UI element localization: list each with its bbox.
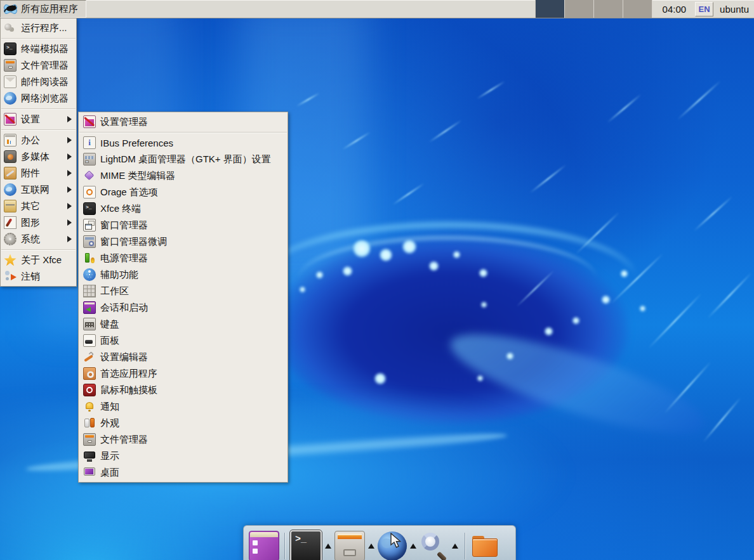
submenu-item-settings-manager[interactable]: 设置管理器 bbox=[79, 114, 288, 130]
submenu-item-orage-preferences[interactable]: Orage 首选项 bbox=[79, 184, 288, 200]
menu-item-graphics-category[interactable]: 图形 bbox=[1, 214, 76, 231]
terminal-launcher-icon[interactable] bbox=[290, 530, 322, 560]
wallpaper-splash-core bbox=[273, 233, 628, 424]
input-language-indicator[interactable]: EN bbox=[695, 2, 713, 16]
submenu-item-notifications[interactable]: 通知 bbox=[79, 398, 288, 415]
submenu-item-session-and-startup[interactable]: 会话和启动 bbox=[79, 299, 288, 316]
menu-item-label: 多媒体 bbox=[21, 151, 50, 163]
menu-item-label: 办公 bbox=[21, 134, 40, 147]
menu-item-about-xfce[interactable]: 关于 Xfce bbox=[1, 252, 76, 268]
submenu-item-label: 面板 bbox=[100, 335, 119, 347]
menu-item-label: 邮件阅读器 bbox=[21, 76, 69, 88]
submenu-item-panel[interactable]: 面板 bbox=[79, 332, 288, 349]
submenu-arrow-icon bbox=[67, 236, 72, 242]
menu-item-label: 注销 bbox=[21, 271, 40, 283]
submenu-item-appearance[interactable]: 外观 bbox=[79, 415, 288, 431]
workspace-cell-2[interactable] bbox=[565, 0, 594, 18]
submenu-item-keyboard[interactable]: 键盘 bbox=[79, 316, 288, 332]
submenu-item-display[interactable]: 显示 bbox=[79, 448, 288, 464]
other-category-icon bbox=[4, 200, 17, 212]
submenu-item-window-manager[interactable]: 窗口管理器 bbox=[79, 217, 288, 233]
launcher-menu-arrow-icon[interactable] bbox=[410, 544, 416, 549]
menu-item-mail-reader[interactable]: 邮件阅读器 bbox=[1, 74, 76, 90]
menu-item-label: 系统 bbox=[21, 233, 40, 245]
wallpaper-splash-rim bbox=[298, 236, 597, 322]
username-label: ubuntu bbox=[713, 4, 754, 15]
submenu-item-label: 工作区 bbox=[100, 285, 129, 297]
submenu-item-label: Xfce 终端 bbox=[100, 203, 141, 215]
submenu-arrow-icon bbox=[67, 137, 72, 143]
desktop-launcher-icon[interactable] bbox=[249, 531, 279, 560]
xfce-terminal-icon bbox=[83, 202, 96, 215]
launcher-menu-arrow-icon[interactable] bbox=[368, 544, 374, 549]
submenu-item-mouse-and-touchpad[interactable]: 鼠标和触摸板 bbox=[79, 382, 288, 398]
submenu-item-power-manager[interactable]: 电源管理器 bbox=[79, 250, 288, 266]
system-category-icon bbox=[4, 233, 17, 245]
menu-item-label: 图形 bbox=[21, 217, 40, 229]
menu-item-other-category[interactable]: 其它 bbox=[1, 198, 76, 214]
submenu-item-label: 辅助功能 bbox=[100, 269, 138, 281]
menu-item-run-program[interactable]: 运行程序... bbox=[1, 20, 76, 36]
mail-reader-icon bbox=[4, 75, 17, 88]
submenu-item-desktop[interactable]: 桌面 bbox=[79, 464, 288, 481]
workspace-cell-4[interactable] bbox=[623, 0, 652, 18]
keyboard-icon bbox=[83, 318, 96, 330]
menu-item-accessories-category[interactable]: 附件 bbox=[1, 165, 76, 181]
submenu-item-label: 电源管理器 bbox=[100, 252, 148, 264]
workspace-cell-3[interactable] bbox=[594, 0, 623, 18]
menu-item-label: 运行程序... bbox=[21, 22, 67, 34]
web-browser-icon bbox=[4, 92, 17, 105]
menu-item-terminal-emulator[interactable]: 终端模拟器 bbox=[1, 41, 76, 57]
submenu-item-window-manager-tweaks[interactable]: 窗口管理器微调 bbox=[79, 233, 288, 250]
menu-separator bbox=[1, 129, 76, 130]
submenu-item-ibus-preferences[interactable]: IBus Preferences bbox=[79, 134, 288, 151]
launcher-menu-arrow-icon[interactable] bbox=[325, 544, 331, 549]
menu-item-label: 互联网 bbox=[21, 184, 50, 196]
menu-item-label: 设置 bbox=[21, 114, 40, 126]
file-system-launcher-icon[interactable] bbox=[470, 531, 499, 560]
menu-item-file-manager[interactable]: 文件管理器 bbox=[1, 57, 76, 74]
workspace-cell-1[interactable] bbox=[536, 0, 565, 18]
submenu-item-accessibility[interactable]: 辅助功能 bbox=[79, 266, 288, 283]
logout-icon bbox=[4, 270, 17, 283]
launcher-menu-arrow-icon[interactable] bbox=[452, 544, 458, 549]
menu-item-internet-category[interactable]: 互联网 bbox=[1, 181, 76, 198]
desktop-icon bbox=[83, 466, 96, 479]
preferred-applications-icon bbox=[83, 367, 96, 380]
menu-item-logout[interactable]: 注销 bbox=[1, 268, 76, 285]
submenu-item-preferred-applications[interactable]: 首选应用程序 bbox=[79, 365, 288, 382]
menu-item-label: 附件 bbox=[21, 167, 40, 179]
menu-item-system-category[interactable]: 系统 bbox=[1, 231, 76, 247]
clock[interactable]: 04:00 bbox=[652, 4, 696, 15]
menu-item-settings-category[interactable]: 设置 bbox=[1, 111, 76, 127]
bottom-dock bbox=[243, 525, 516, 560]
applications-menu-button[interactable]: 所有应用程序 bbox=[0, 0, 86, 18]
mime-editor-icon bbox=[83, 169, 96, 182]
submenu-item-label: 通知 bbox=[100, 401, 119, 413]
menu-item-multimedia-category[interactable]: 多媒体 bbox=[1, 148, 76, 165]
menu-item-web-browser[interactable]: 网络浏览器 bbox=[1, 90, 76, 107]
application-finder-launcher-icon[interactable] bbox=[420, 531, 449, 560]
settings-submenu: 设置管理器 IBus Preferences LightDM 桌面管理器（GTK… bbox=[78, 112, 288, 483]
session-startup-icon bbox=[83, 301, 96, 314]
run-icon bbox=[4, 22, 17, 34]
submenu-item-file-manager[interactable]: 文件管理器 bbox=[79, 431, 288, 448]
submenu-item-settings-editor[interactable]: 设置编辑器 bbox=[79, 349, 288, 365]
menu-separator bbox=[79, 132, 287, 133]
submenu-item-workspaces[interactable]: 工作区 bbox=[79, 283, 288, 299]
display-icon bbox=[83, 450, 96, 462]
submenu-item-label: 桌面 bbox=[100, 467, 119, 479]
submenu-item-label: 窗口管理器 bbox=[100, 219, 148, 231]
submenu-item-lightdm-settings[interactable]: LightDM 桌面管理器（GTK+ 界面）设置 bbox=[79, 151, 288, 167]
menu-item-label: 文件管理器 bbox=[21, 60, 69, 72]
web-browser-launcher-icon[interactable] bbox=[378, 531, 407, 560]
submenu-arrow-icon bbox=[67, 170, 72, 176]
submenu-item-label: 首选应用程序 bbox=[100, 368, 157, 380]
submenu-item-label: 键盘 bbox=[100, 318, 119, 330]
file-manager-launcher-icon[interactable] bbox=[334, 531, 365, 560]
menu-item-office-category[interactable]: 办公 bbox=[1, 132, 76, 148]
applications-menu-label: 所有应用程序 bbox=[21, 3, 78, 15]
submenu-item-xfce-terminal[interactable]: Xfce 终端 bbox=[79, 200, 288, 217]
submenu-item-mime-editor[interactable]: MIME 类型编辑器 bbox=[79, 167, 288, 184]
submenu-item-label: 外观 bbox=[100, 417, 119, 429]
